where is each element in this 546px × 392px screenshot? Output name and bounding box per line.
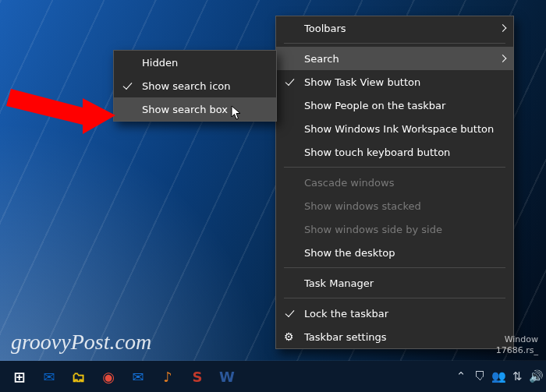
label: Show People on the taskbar: [304, 100, 445, 111]
system-tray: ⌃ ⛉ 👥 ⇅ 🔊: [454, 361, 543, 392]
menu-item-search[interactable]: Search: [276, 47, 513, 70]
tray-security-icon[interactable]: ⛉: [473, 369, 487, 383]
watermark: groovyPost.com: [11, 330, 151, 355]
taskbar-context-menu: Toolbars Search Show Task View button Sh…: [275, 16, 514, 349]
tray-people-icon[interactable]: 👥: [491, 369, 505, 383]
build-line2: 17686.rs_: [496, 345, 538, 356]
taskbar-file-explorer-icon[interactable]: 🗂: [66, 364, 91, 389]
menu-item-show-search-box[interactable]: Show search box: [114, 97, 276, 121]
annotation-arrow-icon: [6, 73, 115, 136]
label: Lock the taskbar: [304, 308, 388, 320]
label: Show search icon: [142, 80, 230, 92]
menu-item-lock-taskbar[interactable]: Lock the taskbar: [276, 302, 513, 325]
separator: [284, 43, 505, 44]
menu-item-show-people[interactable]: Show People on the taskbar: [276, 94, 513, 117]
tray-volume-icon[interactable]: 🔊: [529, 369, 543, 383]
label: Show Windows Ink Workspace button: [304, 123, 494, 135]
label: Toolbars: [304, 23, 346, 34]
menu-item-show-task-view[interactable]: Show Task View button: [276, 70, 513, 94]
build-line1: Window: [496, 334, 538, 345]
taskbar-mail-icon[interactable]: ✉: [126, 364, 151, 389]
menu-item-taskbar-settings[interactable]: Taskbar settings: [276, 325, 513, 348]
separator: [284, 298, 505, 298]
taskbar-chrome-icon[interactable]: ◉: [96, 364, 121, 389]
label: Show Task View button: [304, 76, 420, 88]
taskbar: ⊞✉🗂◉✉♪SW ⌃ ⛉ 👥 ⇅ 🔊: [0, 361, 546, 392]
svg-marker-0: [6, 89, 115, 134]
taskbar-groove-icon[interactable]: ♪: [155, 364, 180, 389]
label: Search: [304, 53, 339, 65]
tray-chevron-up-icon[interactable]: ⌃: [454, 369, 468, 383]
taskbar-word-icon[interactable]: W: [214, 364, 239, 389]
taskbar-snagit-icon[interactable]: S: [185, 364, 210, 389]
label: Task Manager: [304, 277, 374, 289]
menu-item-hidden[interactable]: Hidden: [114, 51, 276, 74]
menu-item-side-by-side: Show windows side by side: [276, 217, 513, 241]
taskbar-start-icon[interactable]: ⊞: [7, 364, 32, 389]
menu-item-show-search-icon[interactable]: Show search icon: [114, 74, 276, 97]
separator: [284, 167, 505, 168]
label: Taskbar settings: [304, 331, 387, 343]
menu-item-task-manager[interactable]: Task Manager: [276, 271, 513, 295]
separator: [284, 267, 505, 268]
menu-item-show-desktop[interactable]: Show the desktop: [276, 241, 513, 264]
desktop[interactable]: Toolbars Search Show Task View button Sh…: [0, 0, 546, 392]
menu-item-toolbars[interactable]: Toolbars: [276, 16, 513, 40]
menu-item-show-ink[interactable]: Show Windows Ink Workspace button: [276, 117, 513, 140]
label: Show windows side by side: [304, 224, 442, 235]
label: Show windows stacked: [304, 200, 421, 212]
label: Show the desktop: [304, 247, 395, 259]
tray-network-icon[interactable]: ⇅: [510, 369, 524, 383]
build-info: Window 17686.rs_: [496, 334, 538, 356]
label: Cascade windows: [304, 177, 394, 189]
menu-item-stacked: Show windows stacked: [276, 194, 513, 217]
menu-item-cascade: Cascade windows: [276, 171, 513, 194]
taskbar-outlook-icon[interactable]: ✉: [37, 364, 62, 389]
label: Show search box: [142, 104, 228, 115]
search-submenu: Hidden Show search icon Show search box: [113, 50, 277, 122]
label: Hidden: [142, 57, 178, 69]
menu-item-show-touch-keyboard[interactable]: Show touch keyboard button: [276, 140, 513, 164]
label: Show touch keyboard button: [304, 147, 450, 158]
